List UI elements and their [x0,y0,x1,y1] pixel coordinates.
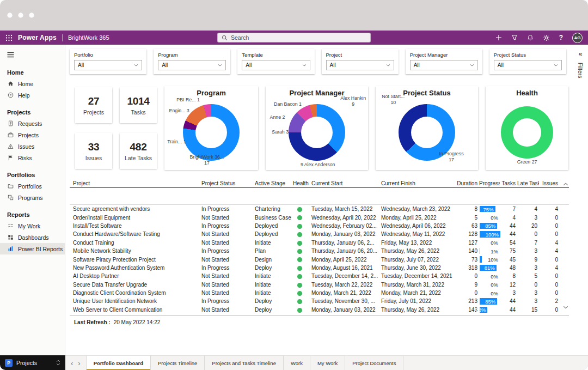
settings-gear-icon[interactable] [543,34,550,41]
column-header-late-tasks[interactable]: Late Tasks [517,180,539,186]
report-tab-my-work[interactable]: My Work [310,356,345,370]
column-header-tasks[interactable]: Tasks [500,180,517,186]
sidebar-item-label: Home [18,81,33,87]
tabs-prev-icon[interactable]: ‹ [71,360,73,367]
cell-late-tasks: 3 [517,215,539,221]
table-row[interactable]: Install/Test SoftwareIn ProgressDeployed… [70,222,569,230]
column-header-duration[interactable]: Duration [454,180,479,186]
kpi-card-projects[interactable]: 27Projects [75,87,112,123]
kpi-cards: 27Projects1014Tasks33Issues482Late Tasks [75,86,157,170]
sidebar-item-home[interactable]: Home [0,78,65,89]
kpi-card-late-tasks[interactable]: 482Late Tasks [120,133,157,169]
progress-value: 10% [488,257,498,263]
environment-name[interactable]: BrightWork 365 [68,34,109,41]
help-icon[interactable]: ? [559,34,563,41]
window-dot[interactable] [18,13,23,18]
app-name[interactable]: Power Apps [18,34,57,41]
report-tab-work[interactable]: Work [284,356,310,370]
filter-icon[interactable] [511,34,518,41]
window-dot[interactable] [7,13,13,18]
cell-finish: Thursday, March 31, 2022 [380,282,454,288]
table-row[interactable]: Web Server to Client CommunicationNot St… [70,306,569,314]
cell-progress: 0% [479,239,500,247]
health-green-indicator [297,257,302,262]
cell-start: Tuesday, December 14, 2... [310,273,380,279]
notifications-bell-icon[interactable] [527,34,534,41]
window-dot[interactable] [29,13,34,18]
tab-navigation: ‹ › [65,356,86,370]
search-input[interactable]: Search [217,33,371,43]
table-row[interactable]: Conduct Hardware/Software TestingNot Sta… [70,230,569,238]
progress-value: 100% [486,231,499,237]
slicer-dropdown[interactable]: All [410,60,478,70]
progress-value: 38% [475,307,486,313]
table-row[interactable]: Diagnostic Client Coordination SystemNot… [70,289,569,297]
column-header-issues[interactable]: Issues [539,180,560,186]
cell-duration: 8 [454,206,479,212]
table-scroll-up-icon[interactable] [563,181,568,185]
chart-card-project-manager: Project ManagerDan Bacon 1Alex Hankin 9A… [266,86,368,170]
chart-title: Program [164,86,258,97]
report-tab-project-documents[interactable]: Project Documents [345,356,403,370]
slicer-dropdown[interactable]: All [158,60,226,70]
kpi-card-issues[interactable]: 33Issues [75,133,112,169]
report-tab-portfolio-dashboard[interactable]: Portfolio Dashboard [86,356,151,370]
sidebar-item-help[interactable]: ?Help [0,89,65,101]
column-header-project[interactable]: Project [70,180,200,186]
column-header-project-status[interactable]: Project Status [200,180,254,186]
column-header-active-stage[interactable]: Active Stage [254,180,292,186]
cell-finish: Wednesday, April 06, 2022 [380,223,454,229]
slicer-dropdown[interactable]: All [242,60,310,70]
column-header-current-finish[interactable]: Current Finish [380,180,454,186]
tabs-next-icon[interactable]: › [78,360,80,367]
kpi-card-tasks[interactable]: 1014Tasks [120,87,157,123]
requests-icon [8,120,14,126]
report-tab-projects-timeline[interactable]: Projects Timeline [151,356,205,370]
report-tab-projects-and-tasks-timeline[interactable]: Projects and Tasks Timeline [205,356,284,370]
slicer-dropdown[interactable]: All [74,60,142,70]
slicer-value: All [78,62,84,68]
sidebar-item-projects[interactable]: Projects [0,129,65,141]
sidebar-item-my-work[interactable]: My Work [0,220,65,232]
table-row[interactable]: Secure agreement with vendorsIn Progress… [70,205,569,213]
sidebar-item-power-bi-reports[interactable]: Power BI Reports [0,243,65,254]
sidebar-item-requests[interactable]: Requests [0,118,65,129]
filters-pane-label: Filters [577,63,584,78]
column-header-current-start[interactable]: Current Start [310,180,380,186]
cell-late-tasks: 3 [517,298,539,304]
table-row[interactable]: AI Desktop PartnerNot StartedInitiateTue… [70,272,569,280]
sidebar-item-programs[interactable]: Programs [0,192,65,203]
cell-tasks: 44 [500,231,517,237]
table-row[interactable]: Software Piracy Protection ProjectNot St… [70,255,569,263]
table-scroll-down-icon[interactable] [563,304,568,308]
cell-finish: Monday, March 21, 2022 [380,290,454,296]
donut-chart[interactable] [183,104,240,161]
donut-chart[interactable] [289,104,345,161]
column-header-health[interactable]: Health [292,180,310,186]
last-refresh-value: 20 May 2022 14:22 [114,319,161,325]
sidebar-item-risks[interactable]: Risks [0,152,65,163]
sidebar-item-issues[interactable]: Issues [0,141,65,152]
sidebar-item-dashboards[interactable]: Dashboards [0,232,65,243]
data-label: Engin... 3 [169,108,189,114]
table-row[interactable]: Order/Install EquipmentNot StartedBusine… [70,213,569,221]
health-green-indicator [297,215,302,220]
table-row[interactable]: Conduct TrainingNot StartedInitiateThurs… [70,239,569,247]
cell-finish: Wednesday, May 11, 2022 [380,231,454,237]
hamburger-menu-icon[interactable] [0,45,16,61]
environment-switcher[interactable]: P Projects [0,355,65,370]
expand-filters-icon[interactable]: « [579,50,583,58]
avatar[interactable]: AG [572,33,583,43]
add-icon[interactable] [495,34,502,41]
table-row[interactable]: Mobile Network StabilityIn ProgressPlanT… [70,247,569,255]
waffle-menu-icon[interactable] [5,34,13,41]
table-row[interactable]: Unique User Identification NetworkIn Pro… [70,297,569,305]
slicer-dropdown[interactable]: All [326,60,394,70]
donut-chart[interactable] [501,106,553,159]
sidebar-item-portfolios[interactable]: Portfolios [0,180,65,192]
progress-value: 85% [485,298,495,304]
column-header-progress[interactable]: Progress [479,180,500,186]
slicer-dropdown[interactable]: All [494,60,562,70]
table-row[interactable]: Secure Data Transfer UpgradeNot StartedI… [70,281,569,289]
table-row[interactable]: New Password Authentication SystemIn Pro… [70,264,569,272]
